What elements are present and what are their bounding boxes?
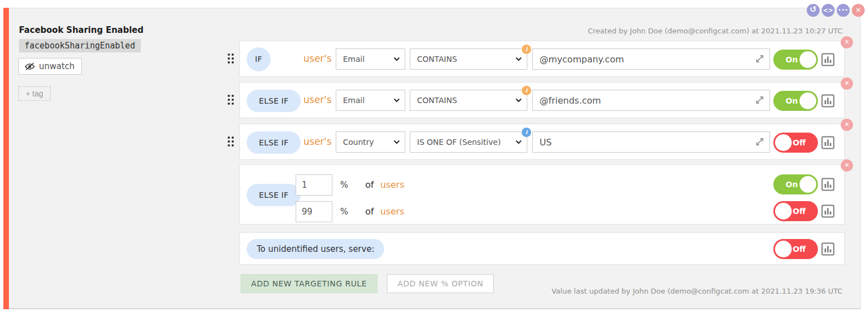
comparison-value-wrap	[532, 90, 770, 111]
accent-bar	[3, 8, 9, 309]
toggle-knob	[775, 134, 792, 151]
default-rule: To unidentified users, serve: Off	[239, 232, 845, 265]
toggle-knob	[800, 92, 816, 109]
of-label: of	[365, 206, 374, 217]
toggle-label: Off	[793, 133, 806, 153]
serve-value-toggle[interactable]: Off	[773, 239, 818, 259]
comparator-select[interactable]: CONTAINS i	[410, 48, 527, 70]
toggle-knob	[800, 176, 816, 193]
created-by-text: Created by John Doe (demo@configcat.com)…	[588, 27, 842, 35]
serve-value-toggle[interactable]: Off	[773, 133, 818, 153]
expand-icon[interactable]	[755, 95, 764, 105]
toggle-label: Off	[793, 201, 806, 221]
rule-subject-label: user's	[303, 94, 332, 105]
comparator-select-value: IS ONE OF (Sensitive)	[417, 138, 501, 147]
add-targeting-rule-button[interactable]: ADD NEW TARGETING RULE	[241, 274, 377, 293]
percentage-input[interactable]	[296, 201, 332, 222]
attribute-select-value: Email	[343, 55, 365, 64]
rule-subject-label: user's	[303, 136, 332, 147]
delete-rule-icon[interactable]: ✕	[841, 77, 853, 90]
expand-icon[interactable]	[755, 137, 764, 147]
comparison-value-input[interactable]	[532, 48, 770, 70]
rule-badge: ELSE IF	[247, 131, 301, 154]
rule-badge: ELSE IF	[247, 184, 301, 206]
serve-value-toggle[interactable]: On	[773, 50, 818, 70]
drag-handle[interactable]	[228, 95, 234, 105]
serve-value-toggle[interactable]: On	[773, 174, 818, 194]
toggle-knob	[800, 51, 816, 68]
flag-key-badge: facebookSharingEnabled	[19, 39, 141, 52]
toggle-label: On	[786, 50, 798, 70]
comparator-select[interactable]: IS ONE OF (Sensitive) i	[410, 131, 527, 153]
chevron-down-icon	[394, 57, 400, 61]
default-rule-badge: To unidentified users, serve:	[247, 239, 384, 259]
stats-icon[interactable]	[821, 178, 835, 191]
last-updated-text: Value last updated by John Doe (demo@con…	[552, 287, 842, 295]
percentage-input[interactable]	[296, 174, 332, 196]
unwatch-label: unwatch	[39, 61, 75, 71]
rule-subject-label: user's	[303, 53, 332, 64]
rule-badge: ELSE IF	[247, 90, 301, 112]
users-link[interactable]: users	[380, 179, 404, 190]
eye-off-icon	[24, 62, 35, 71]
delete-rule-icon[interactable]: ✕	[841, 36, 853, 48]
comparison-value-input[interactable]	[532, 90, 770, 111]
chevron-down-icon	[516, 140, 522, 144]
targeting-rule-1: IF user's Email CONTAINS i On	[239, 41, 845, 77]
delete-rule-icon[interactable]: ✕	[841, 119, 853, 131]
chevron-down-icon	[394, 140, 400, 144]
code-icon[interactable]: <>	[822, 4, 835, 17]
percent-sign: %	[340, 180, 348, 190]
stats-icon[interactable]	[821, 204, 835, 218]
comparator-select-value: CONTAINS	[417, 96, 457, 105]
info-icon[interactable]: i	[522, 128, 531, 137]
info-icon[interactable]: i	[522, 86, 531, 95]
stats-icon[interactable]	[821, 53, 835, 66]
stats-icon[interactable]	[821, 94, 835, 108]
comparator-select-value: CONTAINS	[417, 55, 457, 64]
serve-value-toggle[interactable]: Off	[773, 201, 818, 221]
attribute-select[interactable]: Email	[336, 90, 405, 111]
attribute-select-value: Country	[343, 138, 374, 147]
toggle-label: Off	[793, 239, 806, 259]
comparison-value-wrap	[532, 48, 770, 70]
add-percent-option-button[interactable]: ADD NEW % OPTION	[387, 274, 494, 293]
comparison-value-wrap	[532, 131, 770, 153]
stats-icon[interactable]	[821, 242, 835, 256]
users-link[interactable]: users	[380, 206, 404, 217]
close-icon[interactable]: ✕	[852, 4, 865, 17]
expand-icon[interactable]	[755, 54, 764, 64]
chevron-down-icon	[516, 57, 522, 61]
toggle-knob	[775, 203, 792, 220]
flag-title: Facebook Sharing Enabled	[19, 25, 144, 35]
info-icon[interactable]: i	[522, 45, 531, 54]
attribute-select-value: Email	[343, 96, 365, 105]
targeting-rule-3: ELSE IF user's Country IS ONE OF (Sensit…	[239, 124, 845, 160]
comparator-select[interactable]: CONTAINS i	[410, 90, 527, 111]
percent-sign: %	[340, 207, 348, 217]
stats-icon[interactable]	[821, 136, 835, 149]
unwatch-button[interactable]: unwatch	[18, 58, 82, 75]
chevron-down-icon	[394, 98, 400, 103]
toggle-knob	[775, 241, 792, 257]
add-tag-button[interactable]: + tag	[18, 86, 51, 101]
toggle-label: On	[786, 91, 798, 111]
history-icon[interactable]: ↺	[807, 4, 820, 17]
comparison-value-input[interactable]	[532, 131, 770, 153]
rule-badge: IF	[247, 47, 271, 71]
chevron-down-icon	[516, 98, 522, 103]
percentage-rule: ELSE IF % of users On % of users Off	[239, 164, 845, 225]
attribute-select[interactable]: Country	[336, 131, 405, 153]
drag-handle[interactable]	[228, 136, 234, 147]
toggle-label: On	[786, 174, 798, 194]
delete-rule-icon[interactable]: ✕	[841, 159, 853, 172]
drag-handle[interactable]	[228, 53, 234, 64]
feature-flag-panel: ↺ <> ••• ✕ Facebook Sharing Enabled face…	[0, 0, 868, 312]
serve-value-toggle[interactable]: On	[773, 91, 818, 111]
targeting-rule-2: ELSE IF user's Email CONTAINS i On	[239, 82, 845, 118]
of-label: of	[365, 179, 374, 190]
attribute-select[interactable]: Email	[336, 48, 405, 70]
more-icon[interactable]: •••	[837, 4, 850, 17]
